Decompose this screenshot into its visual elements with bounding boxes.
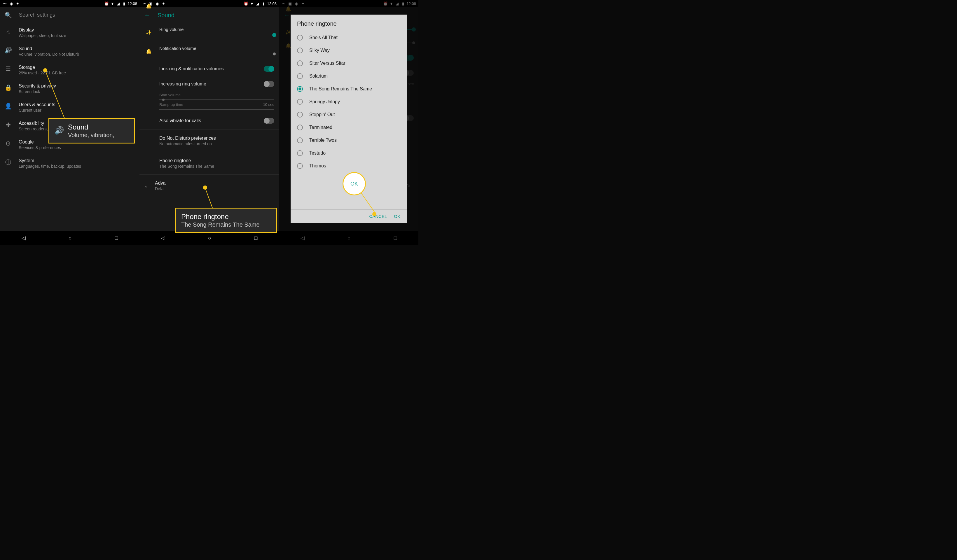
ringtone-label: Terrible Twos bbox=[309, 138, 337, 143]
recent-icon[interactable]: □ bbox=[254, 235, 257, 241]
ringtone-option[interactable]: Themos bbox=[291, 159, 407, 172]
ramp-time-row: Ramp-up time 10 sec bbox=[139, 101, 279, 108]
chevron-down-icon: ⌄ bbox=[144, 183, 148, 189]
notif-slider[interactable] bbox=[159, 54, 274, 54]
ringtone-option[interactable]: Testudo bbox=[291, 147, 407, 159]
nav-bar: ◁ ○ □ bbox=[139, 231, 279, 245]
ringtone-label: Steppin' Out bbox=[309, 112, 335, 117]
ringtone-row[interactable]: Phone ringtoneThe Song Remains The Same bbox=[139, 153, 279, 173]
callout-sound: 🔊 Sound Volume, vibration, bbox=[49, 118, 135, 144]
back-arrow-icon[interactable]: ← bbox=[144, 11, 150, 19]
ringtone-option[interactable]: She's All That bbox=[291, 31, 407, 44]
ok-button[interactable]: OK bbox=[394, 214, 400, 219]
settings-list: ☼ DisplayWallpaper, sleep, font size 🔊 S… bbox=[0, 23, 139, 173]
screen-sound: ⚯ ▣ ◉ ✦ ⏰ ▼ ◢ ▮ 12:08 ← Sound ✨ Ring vol… bbox=[139, 0, 279, 245]
search-icon: 🔍 bbox=[5, 12, 12, 19]
advanced-row[interactable]: ⌄ AdvaDefa bbox=[139, 176, 279, 196]
highlight-dot bbox=[372, 212, 376, 216]
leaf-icon: ✦ bbox=[15, 1, 20, 6]
setting-sound[interactable]: 🔊 SoundVolume, vibration, Do Not Disturb bbox=[0, 42, 139, 61]
radio-icon bbox=[297, 47, 303, 54]
radio-icon bbox=[297, 163, 303, 169]
volume-icon: 🔊 bbox=[5, 47, 12, 54]
ringtone-option[interactable]: Steppin' Out bbox=[291, 108, 407, 121]
recent-icon[interactable]: □ bbox=[115, 235, 118, 241]
setting-system[interactable]: ⓘ SystemLanguages, time, backup, updates bbox=[0, 154, 139, 173]
ringtone-option[interactable]: The Song Remains The Same bbox=[291, 82, 407, 95]
callout-ok: OK bbox=[343, 172, 366, 196]
bell-icon: 🔔 bbox=[145, 47, 152, 55]
dnd-row[interactable]: Do Not Disturb preferencesNo automatic r… bbox=[139, 131, 279, 151]
signal-icon: ◢ bbox=[255, 1, 260, 6]
ringtone-label: Sitar Versus Sitar bbox=[309, 61, 346, 66]
ring-slider[interactable] bbox=[159, 35, 274, 35]
header-title: Sound bbox=[158, 12, 174, 19]
radio-icon bbox=[297, 150, 303, 156]
link-toggle[interactable] bbox=[264, 66, 274, 72]
ringtone-label: Themos bbox=[309, 163, 326, 169]
screen-settings: ⚯ ◉ ✦ ⏰ ▼ ◢ ▮ 12:08 🔍 Search settings ☼ … bbox=[0, 0, 139, 245]
radio-icon bbox=[297, 125, 303, 130]
start-volume-row: 🔔 Start volume bbox=[139, 91, 279, 98]
ringtone-option[interactable]: Springy Jalopy bbox=[291, 95, 407, 108]
setting-users[interactable]: 👤 Users & accountsCurrent user bbox=[0, 98, 139, 117]
battery-icon: ▮ bbox=[261, 1, 266, 6]
volume-icon: 🔊 bbox=[55, 126, 64, 135]
back-icon[interactable]: ◁ bbox=[161, 235, 165, 241]
ring-volume-section[interactable]: ✨ Ring volume bbox=[139, 23, 279, 42]
radio-icon bbox=[297, 137, 303, 143]
voicemail-icon: ⚯ bbox=[2, 1, 7, 6]
ringtone-option[interactable]: Solarium bbox=[291, 70, 407, 82]
alarm-icon: ⏰ bbox=[104, 1, 109, 6]
search-placeholder: Search settings bbox=[19, 12, 55, 18]
radio-icon bbox=[297, 99, 303, 105]
increasing-toggle[interactable] bbox=[264, 81, 274, 87]
leaf-icon: ✦ bbox=[161, 1, 166, 6]
ring-icon: ✨ bbox=[145, 28, 152, 36]
increasing-row[interactable]: Increasing ring volume bbox=[139, 76, 279, 91]
setting-storage[interactable]: ☰ Storage29% used - 22.81 GB free bbox=[0, 61, 139, 79]
cancel-button[interactable]: CANCEL bbox=[369, 214, 387, 219]
status-bar: ⚯ ◉ ✦ ⏰ ▼ ◢ ▮ 12:08 bbox=[0, 0, 139, 7]
ringtone-option[interactable]: Terrible Twos bbox=[291, 134, 407, 147]
ringtone-label: Silky Way bbox=[309, 48, 330, 53]
wifi-icon: ▼ bbox=[250, 1, 254, 6]
home-icon[interactable]: ○ bbox=[69, 235, 72, 241]
setting-display[interactable]: ☼ DisplayWallpaper, sleep, font size bbox=[0, 23, 139, 42]
home-icon[interactable]: ○ bbox=[208, 235, 211, 241]
ringtone-label: Solarium bbox=[309, 74, 328, 79]
nav-bar: ◁ ○ □ bbox=[0, 231, 139, 245]
status-bar: ⚯ ▣ ◉ ✦ ⏰ ▼ ◢ ▮ 12:08 bbox=[139, 0, 279, 7]
radio-icon bbox=[297, 112, 303, 118]
target-icon: ◉ bbox=[155, 1, 159, 6]
link-volumes-row[interactable]: Link ring & notification volumes bbox=[139, 61, 279, 76]
vibrate-row[interactable]: Also vibrate for calls bbox=[139, 113, 279, 128]
ringtone-label: She's All That bbox=[309, 35, 338, 40]
user-icon: 👤 bbox=[5, 103, 12, 110]
dialog-title: Phone ringtone bbox=[291, 14, 407, 31]
notif-volume-section[interactable]: 🔔 Notification volume bbox=[139, 42, 279, 61]
setting-security[interactable]: 🔒 Security & privacyScreen lock bbox=[0, 79, 139, 98]
screen-ringtone-dialog: ⚯ ▣ ◉ ✦ ⏰ ▼ ◢ ▮ 12:09 ← ✨ 🔔 🔔10 sec nd, … bbox=[279, 0, 418, 245]
radio-icon bbox=[297, 60, 303, 66]
radio-icon bbox=[297, 86, 303, 92]
radio-icon bbox=[297, 35, 303, 41]
wifi-icon: ▼ bbox=[110, 1, 115, 6]
lock-icon: 🔒 bbox=[5, 84, 12, 91]
target-icon: ◉ bbox=[9, 1, 13, 6]
google-icon: G bbox=[5, 140, 12, 147]
ringtone-option[interactable]: Terminated bbox=[291, 121, 407, 134]
signal-icon: ◢ bbox=[116, 1, 120, 6]
accessibility-icon: ✚ bbox=[5, 121, 12, 128]
radio-icon bbox=[297, 73, 303, 79]
ringtone-option[interactable]: Sitar Versus Sitar bbox=[291, 57, 407, 70]
storage-icon: ☰ bbox=[5, 65, 12, 73]
header: ← Sound bbox=[139, 7, 279, 23]
back-icon[interactable]: ◁ bbox=[22, 235, 26, 241]
search-bar[interactable]: 🔍 Search settings bbox=[0, 7, 139, 23]
ringtone-option[interactable]: Silky Way bbox=[291, 44, 407, 57]
bell-ring-icon: 🔔 bbox=[145, 2, 152, 9]
vibrate-toggle[interactable] bbox=[264, 118, 274, 124]
ringtone-label: The Song Remains The Same bbox=[309, 86, 372, 91]
battery-icon: ▮ bbox=[122, 1, 126, 6]
